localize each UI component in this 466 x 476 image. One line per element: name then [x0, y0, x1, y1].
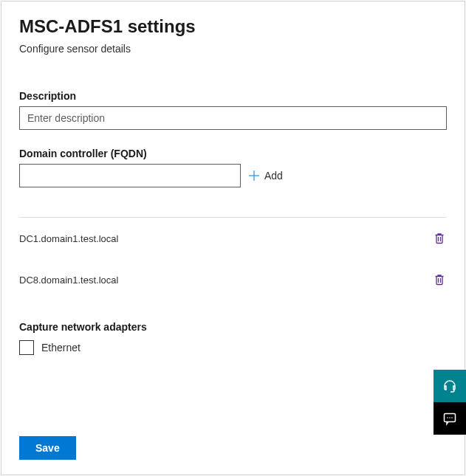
list-item: DC1.domain1.test.local: [19, 218, 447, 259]
adapter-checkbox[interactable]: [19, 340, 34, 355]
delete-button[interactable]: [432, 231, 447, 246]
page-title: MSC-ADFS1 settings: [19, 16, 447, 37]
settings-panel: MSC-ADFS1 settings Configure sensor deta…: [1, 1, 465, 475]
feedback-button[interactable]: [434, 402, 466, 435]
save-button[interactable]: Save: [19, 436, 76, 460]
adapters-section: Capture network adapters Ethernet: [19, 321, 447, 355]
trash-icon: [434, 232, 445, 244]
svg-point-3: [451, 417, 453, 418]
list-item: DC8.domain1.test.local: [19, 259, 447, 300]
adapter-label: Ethernet: [41, 342, 80, 353]
chat-icon: [442, 411, 457, 426]
floating-widgets: [434, 370, 466, 435]
svg-point-1: [447, 417, 448, 418]
adapter-item: Ethernet: [19, 340, 447, 355]
trash-icon: [434, 274, 445, 286]
headset-icon: [442, 379, 457, 393]
fqdn-field-group: Domain controller (FQDN) Add: [19, 148, 447, 187]
support-button[interactable]: [434, 370, 466, 402]
add-button[interactable]: Add: [248, 170, 283, 182]
description-field-group: Description: [19, 90, 447, 130]
dc-name: DC1.domain1.test.local: [19, 233, 118, 244]
plus-icon: [248, 170, 260, 182]
dc-list: DC1.domain1.test.local DC8.domain1.test.…: [19, 218, 447, 300]
delete-button[interactable]: [432, 272, 447, 287]
svg-point-2: [449, 417, 450, 418]
add-button-label: Add: [264, 170, 283, 182]
dc-name: DC8.domain1.test.local: [19, 275, 118, 286]
fqdn-label: Domain controller (FQDN): [19, 148, 447, 159]
page-subtitle: Configure sensor details: [19, 43, 447, 55]
fqdn-input[interactable]: [19, 164, 241, 187]
adapters-label: Capture network adapters: [19, 321, 447, 333]
description-input[interactable]: [19, 106, 447, 130]
description-label: Description: [19, 90, 447, 102]
